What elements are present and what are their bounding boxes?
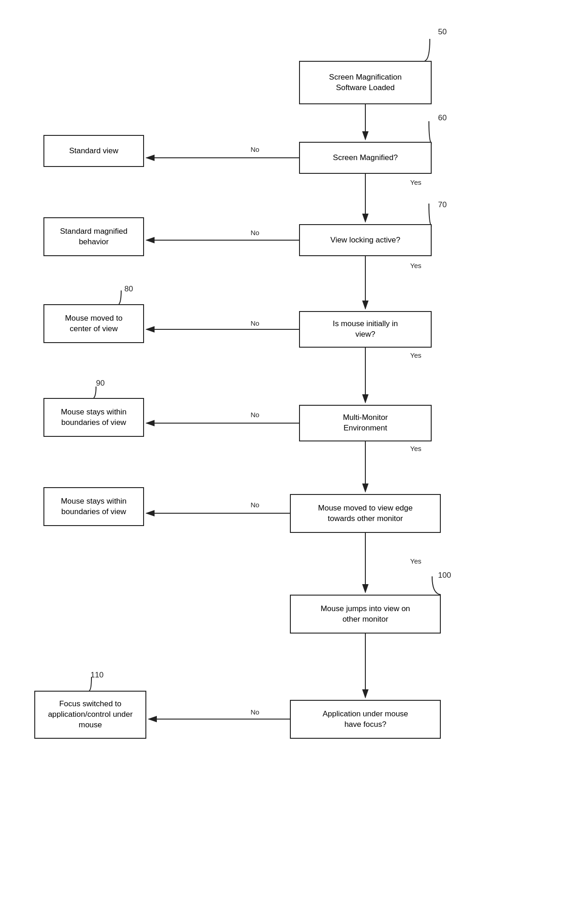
label-yes5: Yes [410,557,421,565]
label-yes3: Yes [410,351,421,359]
ref-100: 100 [438,571,451,580]
label-no2: No [251,229,259,236]
focus-switched-label: Focus switched toapplication/control und… [48,699,133,731]
mouse-boundaries-2-label: Mouse stays withinboundaries of view [61,496,127,517]
mouse-center-label: Mouse moved tocenter of view [65,313,123,334]
ref-80: 80 [124,285,133,294]
ref-110: 110 [91,671,103,680]
box-view-locking: View locking active? [299,224,432,256]
mouse-boundaries-1-label: Mouse stays withinboundaries of view [61,407,127,428]
box-mouse-initially: Is mouse initially inview? [299,311,432,348]
standard-magnified-label: Standard magnifiedbehavior [60,226,127,247]
box-mouse-boundaries-1: Mouse stays withinboundaries of view [43,398,144,437]
flowchart: Screen MagnificationSoftware Loaded Scre… [0,0,567,924]
box-standard-magnified: Standard magnifiedbehavior [43,217,144,256]
standard-view-label: Standard view [69,146,118,156]
ref-90: 90 [96,379,105,388]
mouse-initially-label: Is mouse initially inview? [333,319,398,340]
view-locking-label: View locking active? [331,235,401,246]
box-app-focus: Application under mousehave focus? [290,700,441,739]
box-mouse-center: Mouse moved tocenter of view [43,304,144,343]
label-yes1: Yes [410,178,421,186]
software-loaded-label: Screen MagnificationSoftware Loaded [329,72,402,93]
box-standard-view: Standard view [43,135,144,167]
label-no4: No [251,411,259,419]
box-mouse-view-edge: Mouse moved to view edgetowards other mo… [290,494,441,533]
ref-50: 50 [438,27,447,37]
box-multi-monitor: Multi-MonitorEnvironment [299,405,432,441]
box-mouse-jumps: Mouse jumps into view onother monitor [290,595,441,634]
box-software-loaded: Screen MagnificationSoftware Loaded [299,61,432,104]
box-screen-magnified: Screen Magnified? [299,142,432,174]
label-yes2: Yes [410,262,421,269]
label-no1: No [251,145,259,153]
box-mouse-boundaries-2: Mouse stays withinboundaries of view [43,487,144,526]
label-no3: No [251,319,259,327]
screen-magnified-label: Screen Magnified? [333,153,398,163]
mouse-jumps-label: Mouse jumps into view onother monitor [321,604,410,625]
app-focus-label: Application under mousehave focus? [322,709,408,730]
ref-60: 60 [438,113,447,123]
label-no5: No [251,501,259,509]
label-no6: No [251,708,259,716]
mouse-view-edge-label: Mouse moved to view edgetowards other mo… [318,503,413,524]
multi-monitor-label: Multi-MonitorEnvironment [343,413,388,434]
label-yes4: Yes [410,445,421,452]
box-focus-switched: Focus switched toapplication/control und… [34,691,146,739]
ref-70: 70 [438,200,447,210]
